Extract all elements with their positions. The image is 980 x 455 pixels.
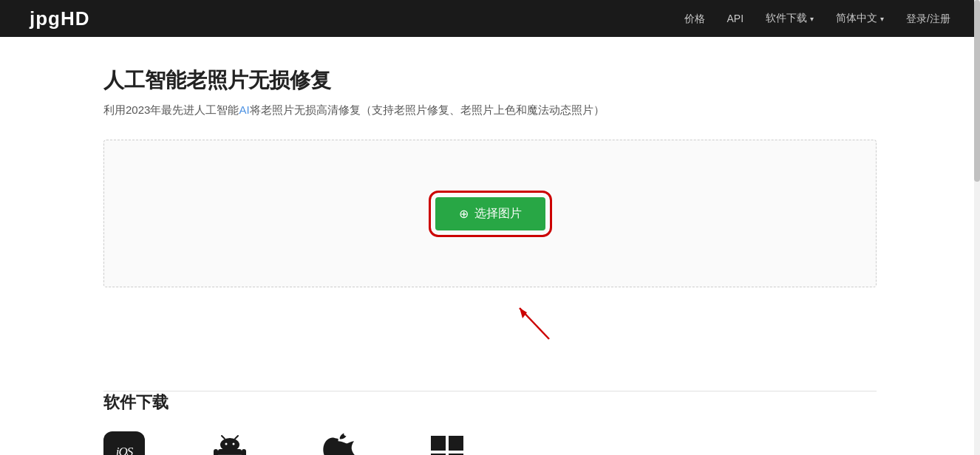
nav-dropdown-software[interactable]: 软件下载 ▾ [766, 12, 814, 25]
android-icon [209, 431, 251, 455]
page-title: 人工智能老照片无损修复 [103, 66, 877, 95]
svg-rect-9 [242, 449, 246, 455]
software-item-android[interactable]: Android AppGoogle Play [204, 431, 256, 455]
page-subtitle: 利用2023年最先进人工智能AI将老照片无损高清修复（支持老照片修复、老照片上色… [103, 103, 877, 117]
subtitle-ai: AI [239, 103, 249, 116]
navbar: jpgHD 价格 API 软件下载 ▾ 简体中文 ▾ 登录/注册 [0, 0, 980, 37]
nav-item-api[interactable]: API [727, 12, 744, 25]
nav-software-label: 软件下载 [766, 12, 807, 25]
nav-item-language[interactable]: 简体中文 ▾ [836, 12, 884, 25]
select-image-label: 选择图片 [474, 206, 522, 222]
chevron-down-icon-lang: ▾ [880, 15, 884, 23]
site-logo[interactable]: jpgHD [30, 7, 90, 30]
upload-area[interactable]: ⊕ 选择图片 [103, 140, 877, 287]
svg-line-7 [235, 436, 238, 439]
nav-dropdown-language[interactable]: 简体中文 ▾ [836, 12, 884, 25]
red-arrow-icon [512, 302, 557, 343]
arrow-annotation [103, 302, 877, 346]
ios-app-icon: iOS [103, 431, 145, 455]
svg-line-6 [222, 436, 225, 439]
apple-icon [316, 431, 357, 455]
svg-rect-14 [449, 436, 463, 451]
main-content: 人工智能老照片无损修复 利用2023年最先进人工智能AI将老照片无损高清修复（支… [0, 37, 980, 391]
logo-bold: HD [61, 7, 90, 30]
nav-menu: 价格 API 软件下载 ▾ 简体中文 ▾ 登录/注册 [684, 12, 950, 26]
logo-light: jpg [30, 7, 61, 30]
software-item-windows[interactable]: Windows 32bitWindows 64bit [416, 431, 479, 455]
android-svg-icon [211, 433, 249, 455]
svg-rect-8 [214, 449, 218, 455]
nav-item-pricing[interactable]: 价格 [684, 12, 705, 26]
nav-item-login[interactable]: 登录/注册 [906, 12, 950, 26]
svg-point-4 [225, 443, 228, 445]
windows-svg-icon [428, 433, 466, 455]
software-section-title: 软件下载 [103, 391, 877, 414]
svg-marker-1 [520, 308, 527, 318]
software-item-ios[interactable]: iOS iOS App [103, 431, 145, 455]
nav-link-api[interactable]: API [727, 13, 744, 24]
software-item-macos[interactable]: Mac OS [316, 431, 357, 455]
subtitle-prefix: 利用2023年最先进人工智能 [103, 103, 239, 116]
nav-login-label[interactable]: 登录/注册 [906, 13, 950, 24]
chevron-down-icon: ▾ [810, 15, 814, 23]
scrollbar-track[interactable] [974, 0, 980, 455]
software-items-list: iOS iOS App [103, 431, 877, 455]
svg-point-5 [233, 443, 235, 445]
windows-icon [426, 431, 468, 455]
subtitle-suffix: 将老照片无损高清修复（支持老照片修复、老照片上色和魔法动态照片） [250, 103, 605, 116]
svg-rect-13 [431, 436, 446, 451]
apple-svg-icon [317, 431, 355, 455]
ios-icon: iOS [103, 431, 145, 455]
nav-language-label: 简体中文 [836, 12, 877, 25]
select-image-button[interactable]: ⊕ 选择图片 [435, 197, 545, 230]
software-section: 软件下载 iOS iOS App [0, 391, 980, 455]
plus-icon: ⊕ [459, 207, 469, 221]
scrollbar-thumb[interactable] [974, 0, 980, 182]
svg-point-3 [220, 438, 239, 451]
nav-link-pricing[interactable]: 价格 [684, 13, 705, 24]
nav-item-software[interactable]: 软件下载 ▾ [766, 12, 814, 25]
